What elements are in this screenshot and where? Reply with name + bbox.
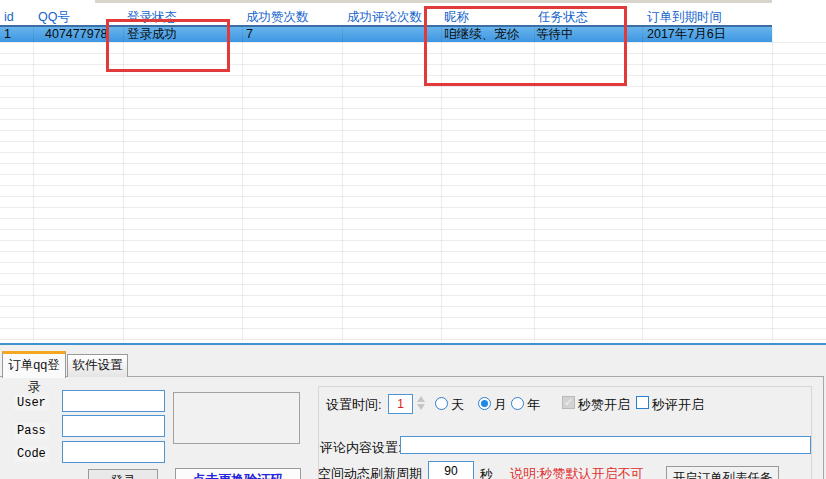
refresh-unit-label: 秒 [480, 467, 493, 479]
user-input[interactable] [62, 390, 165, 412]
start-order-tasks-button[interactable]: 开启订单列表任务 [666, 466, 779, 479]
comment-content-input[interactable] [400, 436, 811, 454]
time-spinner[interactable] [415, 393, 428, 413]
pass-label: Pass [14, 423, 49, 439]
checkbox-instant-like[interactable]: ✓ [562, 396, 575, 409]
tab-software-settings[interactable]: 软件设置 [67, 354, 128, 377]
radio-year-label[interactable]: 年 [527, 397, 540, 412]
gridline [772, 27, 773, 341]
cell-expire-date: 2017年7月6日 [647, 27, 726, 42]
radio-day[interactable] [435, 397, 448, 410]
cell-like-count: 7 [246, 27, 253, 42]
refresh-period-input[interactable] [428, 461, 474, 479]
gridline [642, 27, 643, 341]
login-button[interactable]: 登录 [88, 469, 158, 479]
spinner-up-icon[interactable] [417, 396, 425, 402]
radio-month-label[interactable]: 月 [494, 397, 507, 412]
col-header-id[interactable]: id [4, 9, 14, 25]
radio-year[interactable] [511, 397, 524, 410]
radio-day-label[interactable]: 天 [451, 397, 464, 412]
pass-input[interactable] [62, 415, 165, 437]
app-window: id QQ号 登录状态 成功赞次数 成功评论次数 昵称 任务状态 订单到期时间 … [0, 0, 826, 479]
checkbox-instant-comment-label[interactable]: 秒评开启 [652, 397, 704, 412]
checkbox-instant-comment[interactable] [636, 396, 649, 409]
checkbox-instant-like-label[interactable]: 秒赞开启 [578, 397, 630, 412]
gridline [342, 27, 343, 341]
set-time-label: 设置时间: [326, 397, 382, 412]
gridline [33, 27, 34, 341]
col-header-expire-date[interactable]: 订单到期时间 [647, 9, 722, 25]
note-text: 说明:秒赞默认开启不可 [510, 466, 644, 479]
cell-id: 1 [4, 27, 11, 42]
col-header-comment-count[interactable]: 成功评论次数 [347, 9, 422, 25]
spinner-down-icon[interactable] [417, 404, 425, 410]
refresh-period-label: 空间动态刷新周期 [318, 466, 422, 479]
tab-pane-border-right [823, 376, 824, 479]
comment-content-label: 评论内容设置: [320, 440, 402, 455]
annotation-box-nickname-task [424, 6, 627, 86]
col-header-qq[interactable]: QQ号 [38, 9, 70, 25]
code-label: Code [14, 446, 49, 462]
radio-month[interactable] [478, 397, 491, 410]
time-value-input[interactable] [388, 394, 413, 414]
captcha-image [173, 392, 300, 444]
annotation-box-login-status [106, 19, 230, 72]
change-captcha-button[interactable]: 点击更换验证码 [175, 468, 301, 479]
cell-qq: 407477978 [45, 27, 108, 42]
window-top-strip [95, 0, 772, 3]
gridline [242, 27, 243, 341]
col-header-like-count[interactable]: 成功赞次数 [246, 9, 309, 25]
tab-order-qq-login[interactable]: 订单qq登录 [2, 351, 66, 378]
gridline [123, 27, 124, 341]
code-input[interactable] [62, 441, 165, 463]
